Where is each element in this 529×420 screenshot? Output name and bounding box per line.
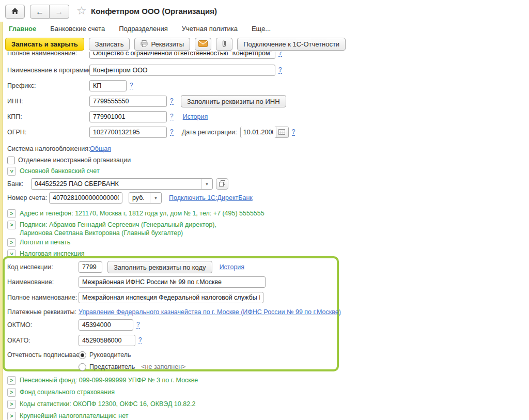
ogrn-input[interactable] [89, 127, 167, 138]
okato-input[interactable] [79, 335, 135, 346]
signer-representative-radio[interactable] [79, 363, 86, 371]
reg-date-input[interactable] [241, 127, 276, 138]
collapse-tax-inspection-button[interactable]: > [7, 250, 16, 258]
forward-button[interactable]: → [50, 5, 69, 19]
full-name-help-icon[interactable]: ? [278, 52, 282, 57]
prefix-input[interactable] [89, 80, 127, 91]
tab-accounting-policy[interactable]: Учетная политика [182, 25, 238, 33]
group-bank-account-label[interactable]: Основной банковский счет [20, 167, 100, 175]
tab-bank-accounts[interactable]: Банковские счета [50, 25, 105, 33]
oktmo-help-icon[interactable]: ? [136, 321, 140, 329]
form-scroll-area: Полное наименование: ? Наименование в пр… [0, 52, 529, 420]
dropdown-arrow-icon: ▼ [205, 182, 209, 186]
expand-statistics-codes-button[interactable]: > [7, 400, 16, 409]
save-button[interactable]: Записать [89, 38, 130, 51]
report-signer-row: Отчетность подписывает: Руководитель [7, 350, 131, 360]
account-number-input[interactable] [49, 192, 122, 204]
tax-system-link[interactable]: Общая [90, 145, 111, 152]
expand-address-button[interactable]: > [7, 209, 16, 218]
envelope-icon [198, 40, 208, 49]
group-largest-taxpayer-label[interactable]: Крупнейший налогоплательщик: нет [20, 412, 128, 419]
inspection-name-row: Наименование: [7, 276, 266, 288]
chevron-right-icon: > [10, 211, 13, 216]
oktmo-input[interactable] [79, 319, 133, 331]
bank-input[interactable] [32, 179, 201, 189]
group-logo-stamp-label[interactable]: Логотип и печать [20, 239, 70, 246]
inspection-name-input[interactable] [79, 276, 266, 288]
home-button[interactable] [5, 5, 25, 19]
tab-more[interactable]: Еще... [252, 25, 271, 33]
expand-signatures-button[interactable]: > [7, 221, 16, 229]
payment-details-label: Платежные реквизиты: [7, 308, 75, 316]
back-button[interactable]: ← [30, 5, 50, 19]
tax-system-row: Система налогообложения: Общая [7, 144, 111, 153]
tab-departments[interactable]: Подразделения [119, 25, 168, 33]
signer-director-radio[interactable] [79, 351, 86, 359]
expand-logo-stamp-button[interactable]: > [7, 238, 16, 247]
group-address-label[interactable]: Адрес и телефон: 121170, Москва г, 1812 … [20, 210, 264, 217]
foreign-branch-label: Отделение иностранной организации [18, 157, 131, 164]
attachments-button[interactable] [216, 38, 232, 51]
save-and-close-button[interactable]: Записать и закрыть [5, 38, 84, 51]
fill-by-inn-button[interactable]: Заполнить реквизиты по ИНН [181, 95, 286, 107]
group-pension-fund: > Пенсионный фонд: 099-099-999999 УПФР №… [7, 376, 198, 385]
group-tax-inspection-label[interactable]: Налоговая инспекция [20, 250, 85, 257]
payment-details-link[interactable]: Управление Федерального казначейства по … [79, 308, 341, 316]
inn-input[interactable] [89, 96, 167, 107]
program-name-label: Наименование в программе: [7, 67, 86, 74]
program-name-input[interactable] [89, 65, 275, 76]
inspection-full-name-input[interactable] [79, 292, 263, 303]
inspection-code-input[interactable] [79, 261, 102, 273]
directbank-link[interactable]: Подключить 1С:ДиректБанк [169, 194, 253, 201]
favorite-star-icon[interactable]: ☆ [76, 4, 87, 18]
prefix-label: Префикс: [7, 82, 86, 89]
bank-open-button[interactable] [216, 178, 228, 190]
currency-select[interactable]: руб. ▼ [129, 192, 162, 204]
reg-date-help-icon[interactable]: ? [292, 129, 295, 136]
prefix-help-icon[interactable]: ? [130, 82, 133, 89]
group-social-insurance-label[interactable]: Фонд социального страхования [20, 388, 115, 396]
ogrn-help-icon[interactable]: ? [170, 129, 174, 136]
kpp-input[interactable] [89, 111, 167, 122]
signer-director-label: Руководитель [89, 351, 131, 359]
representative-empty-value: <не заполнен> [141, 363, 185, 370]
bank-dropdown-button[interactable]: ▼ [201, 179, 212, 189]
full-name-input[interactable] [89, 52, 275, 59]
expand-largest-taxpayer-button[interactable]: > [7, 412, 16, 420]
kpp-help-icon[interactable]: ? [170, 113, 174, 120]
fill-by-code-button[interactable]: Заполнить реквизиты по коду [107, 261, 212, 273]
group-pension-fund-label[interactable]: Пенсионный фонд: 099-099-999999 УПФР № 3… [20, 377, 198, 384]
okato-help-icon[interactable]: ? [138, 337, 142, 344]
reg-date-field [240, 127, 289, 138]
currency-dropdown-button[interactable]: ▼ [150, 193, 161, 203]
group-social-insurance: > Фонд социального страхования [7, 387, 115, 397]
foreign-branch-checkbox[interactable] [7, 157, 15, 164]
program-name-help-icon[interactable]: ? [278, 67, 282, 74]
requisites-button[interactable]: Реквизиты [134, 38, 190, 51]
group-signatures-label[interactable]: Подписи: Абрамов Геннадий Сергеевич (Ген… [20, 221, 216, 237]
kpp-history-link[interactable]: История [183, 113, 208, 120]
group-statistics-codes-label[interactable]: Коды статистики: ОКОПФ 12300, ОКФС 16, О… [20, 400, 196, 408]
expand-social-insurance-button[interactable]: > [7, 388, 16, 397]
inspection-history-link[interactable]: История [220, 263, 244, 271]
ogrn-row: ОГРН: ? Дата регистрации: ? [7, 127, 295, 138]
expand-pension-fund-button[interactable]: > [7, 376, 16, 385]
connect-1c-reporting-button[interactable]: Подключение к 1С-Отчетности [237, 38, 346, 51]
chevron-right-icon: > [10, 378, 13, 383]
group-statistics-codes: > Коды статистики: ОКОПФ 12300, ОКФС 16,… [7, 399, 196, 409]
prefix-row: Префикс: ? [7, 80, 133, 91]
calendar-button[interactable] [276, 127, 288, 137]
signatures-line1: Подписи: Абрамов Геннадий Сергеевич (Ген… [20, 221, 216, 228]
email-button[interactable] [195, 38, 211, 51]
group-largest-taxpayer: > Крупнейший налогоплательщик: нет [7, 411, 128, 420]
okato-row: ОКАТО: ? [7, 335, 142, 346]
tab-main[interactable]: Главное [9, 25, 36, 33]
currency-value: руб. [129, 194, 150, 201]
inn-label: ИНН: [7, 98, 86, 105]
collapse-bank-account-button[interactable]: > [7, 167, 16, 176]
open-in-form-icon [219, 180, 225, 188]
inn-help-icon[interactable]: ? [170, 98, 174, 105]
inspection-name-label: Наименование: [7, 278, 75, 286]
history-nav: ← → [30, 5, 69, 19]
reg-date-label: Дата регистрации: [182, 129, 237, 136]
